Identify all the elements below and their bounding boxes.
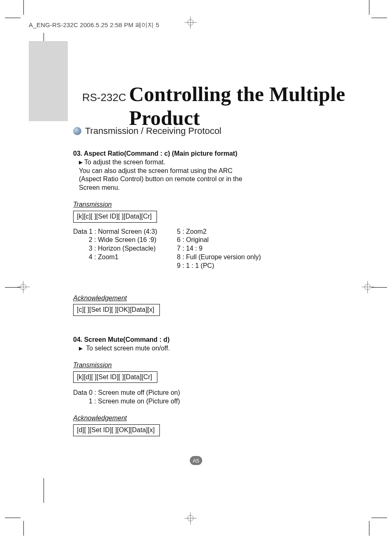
data-option: 8 : Full (Europe version only) — [177, 253, 261, 262]
crop-mark — [369, 0, 369, 15]
data-option: 1 : Screen mute on (Picture off) — [73, 397, 336, 406]
data-option: 3 : Horizon (Spectacle) — [89, 245, 156, 252]
page-title: Controlling the Multiple Product — [129, 82, 392, 130]
content-body: 03. Aspect Ratio(Command : c) (Main pict… — [73, 147, 336, 436]
bullet-icon — [73, 127, 81, 135]
crop-mark — [369, 521, 369, 536]
crop-mark — [5, 18, 21, 18]
print-header: A_ENG-RS-232C 2006.5.25 2:58 PM 페이지 5 — [29, 21, 159, 29]
data-option: 4 : Zoom1 — [89, 253, 118, 260]
title-prefix: RS-232C — [82, 91, 126, 104]
command-description: ▶To adjust the screen format. — [79, 158, 336, 167]
data-option: 1 : Normal Screen (4:3) — [89, 228, 157, 235]
data-word: Data — [73, 228, 87, 235]
command-heading: 04. Screen Mute(Command : d) — [73, 336, 336, 344]
ack-code: [c][ ][Set ID][ ][OK][Data][x] — [73, 304, 160, 316]
section-heading: Transmission / Receiving Protocol — [85, 126, 221, 136]
transmission-code: [k][d][ ][Set ID][ ][Data][Cr] — [73, 371, 157, 383]
desc-text: To select screen mute on/off. — [86, 345, 170, 352]
desc-text: You can also adjust the screen format us… — [79, 167, 243, 192]
command-heading: 03. Aspect Ratio(Command : c) (Main pict… — [73, 150, 336, 158]
data-option: 6 : Original — [177, 236, 261, 244]
transmission-label: Transmission — [73, 361, 336, 370]
registration-mark — [17, 281, 30, 293]
crop-mark — [23, 0, 24, 15]
manual-page: A_ENG-RS-232C 2006.5.25 2:58 PM 페이지 5 RS… — [0, 0, 392, 555]
ack-code: [d][ ][Set ID][ ][OK][Data][x] — [73, 424, 160, 436]
ack-label: Acknowledgement — [73, 294, 336, 303]
crop-mark — [23, 521, 24, 536]
data-option: 5 : Zoom2 — [177, 228, 261, 236]
page-number: A5 — [190, 456, 202, 465]
crop-mark — [44, 478, 44, 503]
data-table: Data 1 : Normal Screen (4:3) 2 : Wide Sc… — [73, 228, 336, 270]
grey-spine-block — [29, 41, 68, 121]
transmission-label: Transmission — [73, 200, 336, 209]
registration-mark — [184, 512, 197, 525]
data-option: Data 0 : Screen mute off (Picture on) — [73, 389, 336, 397]
ack-label: Acknowledgement — [73, 414, 336, 423]
desc-text: To adjust the screen format. — [84, 159, 165, 166]
crop-mark — [371, 518, 387, 518]
transmission-code: [k][c][ ][Set ID][ ][Data][Cr] — [73, 211, 157, 223]
data-option: 2 : Wide Screen (16 :9) — [89, 236, 157, 243]
registration-mark — [184, 16, 197, 29]
data-option: 7 : 14 : 9 — [177, 244, 261, 253]
data-word: Data — [73, 389, 87, 396]
crop-mark — [5, 518, 21, 518]
crop-mark — [371, 18, 387, 18]
registration-mark — [362, 281, 374, 293]
command-description: ▶ To select screen mute on/off. — [79, 344, 336, 353]
data-option: 9 : 1 : 1 (PC) — [177, 262, 261, 270]
